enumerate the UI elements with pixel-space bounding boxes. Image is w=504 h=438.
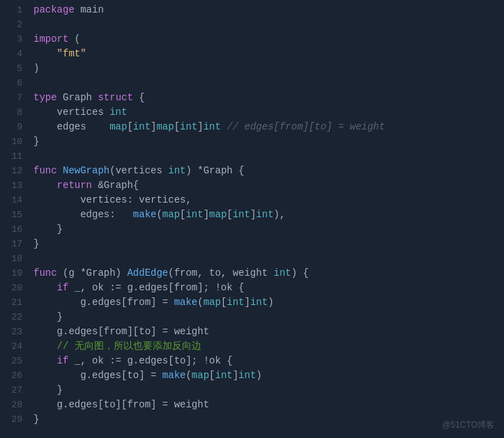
code-line: if _, ok := g.edges[from]; !ok { — [33, 281, 504, 295]
line-number: 22 — [0, 310, 22, 324]
brand-watermark: @51CTO博客 — [442, 419, 494, 431]
code-content: package main import ( "fmt") type Graph … — [31, 3, 504, 435]
line-number: 1 — [0, 3, 22, 17]
token-plain: [ — [127, 121, 132, 132]
token-plain: Graph — [57, 92, 98, 103]
token-plain: ( — [185, 370, 191, 381]
token-comment-zh: // 无向图，所以也要添加反向边 — [57, 341, 201, 352]
code-line: import ( — [33, 32, 504, 47]
token-kw: func — [33, 165, 57, 176]
token-plain: ] — [233, 370, 238, 381]
line-number: 23 — [0, 324, 22, 339]
token-plain: [ — [227, 209, 232, 220]
token-plain: g.edges[from] = — [33, 297, 174, 308]
code-line: func (g *Graph) AddEdge(from, to, weight… — [33, 266, 504, 281]
token-plain — [33, 48, 57, 59]
token-plain: (vertices — [109, 165, 168, 176]
code-line — [33, 17, 504, 32]
token-kw: return — [57, 180, 92, 191]
token-plain: { — [133, 92, 145, 103]
token-builtin: map — [156, 121, 174, 132]
code-editor: 1234567891011121314151617181920212223242… — [0, 0, 504, 438]
code-line: vertices: vertices, — [33, 193, 504, 208]
token-plain: ( — [68, 33, 80, 45]
token-plain: ) { — [291, 267, 309, 279]
line-number: 26 — [0, 368, 22, 383]
token-str: "fmt" — [57, 48, 86, 59]
line-number: 17 — [0, 237, 22, 251]
code-line: // 无向图，所以也要添加反向边 — [33, 339, 504, 354]
line-number: 20 — [0, 281, 22, 295]
token-builtin: int — [109, 107, 127, 118]
token-plain: ( — [197, 297, 203, 308]
token-plain — [33, 341, 57, 352]
token-plain: (g *Graph) — [57, 267, 128, 279]
token-plain: main — [75, 4, 104, 15]
token-plain: [ — [174, 121, 180, 132]
token-plain: g.edges[to][from] = weight — [33, 399, 209, 410]
line-number: 16 — [0, 222, 22, 237]
line-number: 14 — [0, 193, 22, 208]
line-number: 15 — [0, 208, 22, 222]
token-plain: ] — [245, 297, 250, 308]
line-number: 18 — [0, 251, 22, 266]
token-plain: } — [33, 384, 63, 396]
code-line: func NewGraph(vertices int) *Graph { — [33, 164, 504, 178]
code-line — [33, 251, 504, 266]
line-number: 12 — [0, 164, 22, 178]
line-number: 5 — [0, 61, 22, 76]
token-plain — [33, 180, 57, 191]
token-fn: make — [133, 209, 157, 220]
token-plain: } — [33, 311, 63, 322]
line-number: 6 — [0, 76, 22, 91]
token-plain: ) — [268, 297, 273, 308]
token-builtin: int — [180, 121, 197, 132]
token-kw: if — [57, 282, 69, 293]
line-number: 4 — [0, 47, 22, 61]
code-line: return &Graph{ — [33, 178, 504, 193]
token-plain: ) *Graph { — [185, 165, 244, 176]
token-plain: vertices: vertices, — [33, 194, 192, 205]
line-number: 9 — [0, 120, 22, 134]
token-plain: ) — [256, 370, 261, 381]
token-builtin: int — [256, 209, 273, 220]
token-builtin: map — [162, 209, 180, 220]
code-line: } — [33, 383, 504, 398]
token-builtin: int — [133, 121, 151, 132]
token-builtin: map — [192, 370, 209, 381]
code-line: g.edges[to] = make(map[int]int) — [33, 368, 504, 383]
token-plain — [33, 355, 57, 366]
line-number: 3 — [0, 32, 22, 47]
line-number: 11 — [0, 149, 22, 164]
token-plain: &Graph{ — [92, 180, 139, 191]
token-builtin: map — [209, 209, 227, 220]
line-number: 8 — [0, 105, 22, 120]
token-builtin: int — [238, 370, 256, 381]
line-number: 13 — [0, 178, 22, 193]
line-number: 25 — [0, 354, 22, 368]
token-plain: g.edges[from][to] = weight — [33, 326, 209, 337]
token-plain: edges — [33, 121, 109, 132]
line-number: 29 — [0, 412, 22, 427]
token-kw: struct — [98, 92, 132, 103]
token-kw: import — [33, 33, 68, 45]
token-kw: if — [57, 355, 69, 366]
token-plain — [57, 165, 63, 176]
token-plain: g.edges[to] = — [33, 370, 162, 381]
line-number: 24 — [0, 339, 22, 354]
line-number: 19 — [0, 266, 22, 281]
token-fn: make — [174, 297, 198, 308]
code-line: } — [33, 134, 504, 149]
code-line: type Graph struct { — [33, 91, 504, 105]
code-line: ) — [33, 61, 504, 76]
token-builtin: int — [168, 165, 185, 176]
code-line: } — [33, 237, 504, 251]
token-fn: make — [162, 370, 186, 381]
code-line: g.edges[from][to] = weight — [33, 324, 504, 339]
token-plain: vertices — [33, 107, 109, 118]
token-plain: _, ok := g.edges[to]; !ok { — [68, 355, 232, 366]
code-line: g.edges[to][from] = weight — [33, 398, 504, 412]
token-plain: edges: — [33, 209, 133, 220]
token-builtin: int — [185, 209, 203, 220]
token-fn: AddEdge — [127, 267, 168, 279]
